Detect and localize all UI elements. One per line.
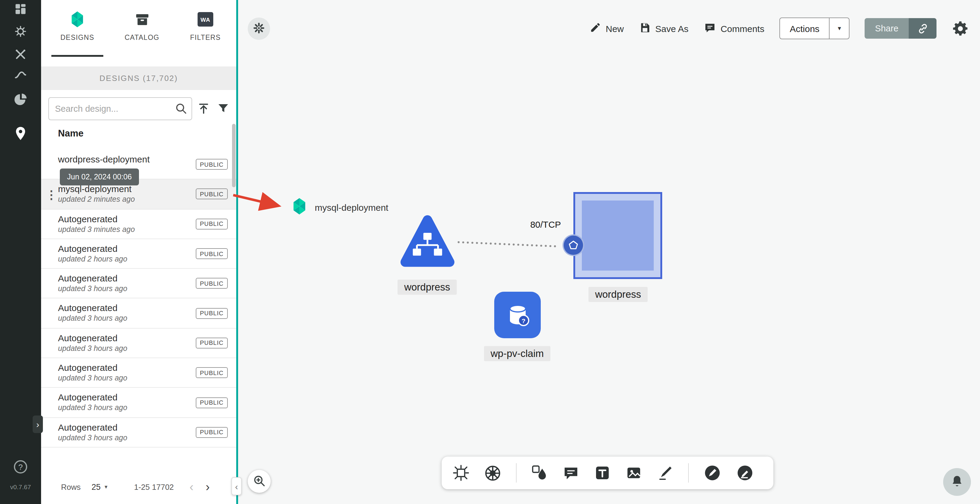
comment-tool-icon[interactable] bbox=[563, 464, 579, 481]
deployment-node-label: wordpress bbox=[398, 280, 457, 295]
panel-scrollbar-thumb[interactable] bbox=[232, 124, 235, 187]
panel-tabs: DESIGNS CATALOG WA FILTERS bbox=[41, 0, 236, 59]
save-icon bbox=[639, 22, 651, 35]
selected-node[interactable] bbox=[573, 192, 662, 279]
canvas-settings-gear-icon[interactable] bbox=[951, 20, 969, 37]
copy-link-icon[interactable] bbox=[909, 18, 937, 39]
list-item[interactable]: Autogenerated updated 3 hours ago PUBLIC bbox=[41, 329, 236, 358]
visibility-badge: PUBLIC bbox=[196, 189, 228, 200]
performance-icon[interactable] bbox=[14, 68, 27, 84]
pencil-icon bbox=[589, 22, 601, 35]
search-icon[interactable] bbox=[175, 102, 187, 117]
design-list: wordpress-deployment PUBLIC mysql-deploy… bbox=[41, 150, 236, 448]
dashboard-icon[interactable] bbox=[14, 2, 27, 18]
tab-catalog[interactable]: CATALOG bbox=[113, 8, 171, 41]
rows-per-page-select[interactable]: 25 ▼ bbox=[92, 483, 108, 491]
pagination-footer: Rows 25 ▼ 1-25 17702 ‹ › bbox=[41, 475, 236, 499]
pen-tool-icon[interactable] bbox=[657, 464, 674, 481]
next-page-button[interactable]: › bbox=[206, 480, 210, 494]
updated-date-tooltip: Jun 02, 2024 00:06 bbox=[60, 169, 139, 185]
component-icon[interactable] bbox=[453, 464, 469, 481]
list-item[interactable]: Autogenerated updated 3 hours ago PUBLIC bbox=[41, 358, 236, 388]
pvc-node[interactable] bbox=[494, 292, 541, 338]
comments-button[interactable]: Comments bbox=[703, 21, 764, 35]
expand-nav-handle[interactable]: › bbox=[33, 415, 43, 433]
zoom-in-button[interactable] bbox=[248, 470, 270, 493]
visibility-badge: PUBLIC bbox=[196, 397, 228, 408]
kubernetes-icon[interactable] bbox=[484, 464, 501, 482]
kanvas-pin-icon[interactable] bbox=[13, 126, 29, 144]
visibility-badge: PUBLIC bbox=[196, 338, 228, 348]
tab-designs[interactable]: DESIGNS bbox=[48, 8, 107, 41]
deployment-node[interactable] bbox=[398, 210, 457, 274]
visibility-badge: PUBLIC bbox=[196, 248, 228, 259]
dragged-design-name: mysql-deployment bbox=[315, 202, 388, 213]
list-item[interactable]: Autogenerated updated 2 hours ago PUBLIC bbox=[41, 239, 236, 269]
list-item[interactable]: Autogenerated updated 3 hours ago PUBLIC bbox=[41, 418, 236, 448]
text-tool-icon[interactable] bbox=[594, 464, 611, 481]
notification-bell-button[interactable] bbox=[943, 468, 971, 496]
new-button[interactable]: New bbox=[589, 22, 624, 35]
pvc-question-badge: ? bbox=[518, 315, 529, 326]
flower-icon bbox=[252, 21, 266, 37]
list-item[interactable]: Autogenerated updated 3 hours ago PUBLIC bbox=[41, 388, 236, 418]
lifecycle-icon[interactable] bbox=[14, 25, 27, 40]
version-label: v0.7.67 bbox=[0, 483, 41, 490]
selected-node-fill bbox=[582, 200, 654, 270]
actions-button[interactable]: Actions ▼ bbox=[780, 17, 850, 39]
extensions-icon[interactable] bbox=[13, 92, 28, 109]
prev-page-button[interactable]: ‹ bbox=[189, 480, 193, 494]
pvc-node-label: wp-pv-claim bbox=[484, 346, 550, 361]
toolbar-divider bbox=[688, 463, 689, 483]
canvas-topbar: New Save As Comments Actions ▼ Share bbox=[589, 17, 969, 39]
actions-caret-icon[interactable]: ▼ bbox=[829, 18, 849, 39]
list-item[interactable]: Autogenerated updated 3 minutes ago PUBL… bbox=[41, 209, 236, 239]
media-icon[interactable] bbox=[625, 464, 642, 481]
list-item[interactable]: Autogenerated updated 3 hours ago PUBLIC bbox=[41, 299, 236, 329]
selected-node-label: wordpress bbox=[589, 287, 648, 302]
row-menu-kebab-icon[interactable]: ⋮ bbox=[46, 186, 57, 203]
active-tab-underline bbox=[51, 55, 103, 57]
visibility-badge: PUBLIC bbox=[196, 218, 228, 229]
service-badge[interactable] bbox=[563, 234, 584, 256]
magnifier-plus-icon bbox=[253, 474, 266, 489]
filter-icon[interactable] bbox=[217, 102, 230, 117]
visibility-badge: PUBLIC bbox=[196, 367, 228, 378]
toolbar-divider bbox=[516, 463, 517, 483]
rows-per-page-label: Rows bbox=[61, 483, 81, 491]
caret-down-icon: ▼ bbox=[103, 484, 108, 490]
save-as-button[interactable]: Save As bbox=[639, 22, 689, 35]
list-item[interactable]: Autogenerated updated 3 hours ago PUBLIC bbox=[41, 269, 236, 299]
tab-designs-label: DESIGNS bbox=[48, 34, 107, 41]
designs-panel: DESIGNS CATALOG WA FILTERS DESIGNS (17,7… bbox=[41, 0, 236, 504]
visibility-badge: PUBLIC bbox=[196, 427, 228, 438]
tab-filters-label: FILTERS bbox=[177, 34, 234, 41]
import-design-icon[interactable] bbox=[197, 102, 210, 118]
help-button[interactable]: ? bbox=[14, 460, 27, 474]
search-row bbox=[41, 97, 236, 120]
panel-resize-divider bbox=[236, 0, 238, 504]
design-canvas[interactable]: New Save As Comments Actions ▼ Share bbox=[238, 0, 980, 504]
meshsync-flower-button[interactable] bbox=[248, 17, 270, 40]
kanvas-app: ? v0.7.67 › DESIGNS CATALOG WA FILTERS bbox=[0, 0, 980, 504]
share-button[interactable]: Share bbox=[865, 18, 937, 39]
canvas-tools-dock bbox=[442, 456, 773, 489]
collapse-panel-handle[interactable]: ‹ bbox=[231, 477, 242, 495]
tab-filters[interactable]: WA FILTERS bbox=[177, 8, 234, 41]
designs-count-header: DESIGNS (17,702) bbox=[41, 67, 236, 90]
draw-circle-icon[interactable] bbox=[703, 464, 721, 482]
dragged-design-ghost[interactable]: mysql-deployment bbox=[290, 197, 388, 218]
comment-icon bbox=[703, 21, 716, 35]
volume-cylinder-icon bbox=[503, 300, 532, 330]
search-input[interactable] bbox=[48, 97, 192, 120]
name-column-header: Name bbox=[58, 128, 83, 139]
catalog-archive-icon bbox=[113, 8, 171, 30]
annotate-circle-icon[interactable] bbox=[736, 464, 754, 482]
tab-catalog-label: CATALOG bbox=[113, 34, 171, 41]
meshery-logo-icon bbox=[290, 197, 309, 218]
configuration-icon[interactable] bbox=[14, 48, 27, 64]
wasm-filters-icon: WA bbox=[197, 12, 213, 27]
visibility-badge: PUBLIC bbox=[196, 278, 228, 289]
shapes-icon[interactable] bbox=[531, 464, 548, 481]
visibility-badge: PUBLIC bbox=[196, 308, 228, 319]
